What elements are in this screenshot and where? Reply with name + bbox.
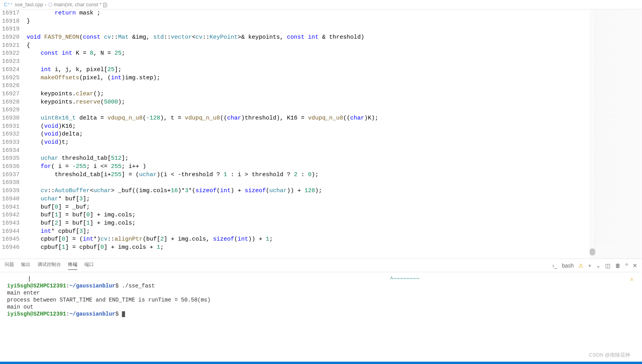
line-number: 16946 [0,244,20,252]
code-line[interactable]: makeOffsets(pixel, (int)img.step); [27,74,595,82]
line-number: 16919 [0,25,20,34]
code-line[interactable] [27,25,595,34]
terminal-cursor [122,311,125,317]
code-line[interactable]: (void)K16; [27,123,595,131]
tab-ports[interactable]: 端口 [84,261,94,270]
code-line[interactable] [27,106,595,114]
breadcrumb-separator-icon: › [45,2,46,7]
code-line[interactable]: uchar* buf[3]; [27,195,595,203]
minimap[interactable]: ————————————————————————————————————————… [595,9,642,259]
line-number: 16936 [0,163,20,171]
scrollbar-thumb[interactable] [590,248,595,255]
tab-output[interactable]: 输出 [21,261,30,270]
code-line[interactable]: { [27,42,595,50]
warning-icon[interactable]: ⚠ [578,262,583,269]
line-number: 16924 [0,66,20,74]
line-number: 16933 [0,139,20,147]
terminal-line: process between START_TIME and END_TIME … [7,296,635,303]
line-number: 16932 [0,130,20,139]
line-number: 16918 [0,18,20,26]
terminal-line: main enter [7,289,635,296]
code-line[interactable]: for( i = -255; i <= 255; i++ ) [27,163,595,171]
line-number: 16938 [0,179,20,187]
minimap-line: —————————————————————————— [596,243,641,244]
line-number: 16934 [0,147,20,155]
editor-area[interactable]: 1691716918169191692016921169221692316924… [0,9,642,259]
line-number: 16935 [0,155,20,163]
shell-label[interactable]: bash [562,262,574,269]
code-content[interactable]: return mask ;}void FAST9_NEON(const cv::… [27,9,595,259]
code-line[interactable]: void FAST9_NEON(const cv::Mat &img, std:… [27,34,595,42]
close-icon[interactable]: ✕ [633,262,637,269]
chevron-down-icon[interactable]: ⌄ [596,262,601,269]
code-line[interactable] [27,147,595,155]
tab-debug-console[interactable]: 调试控制台 [38,261,61,270]
line-number: 16928 [0,98,20,107]
code-line[interactable]: return mask ; [27,9,595,18]
code-line[interactable] [27,179,595,187]
code-line[interactable]: threshold_tab[i+255] = (uchar)(i < -thre… [27,171,595,179]
cpp-file-icon: C⁺⁺ [4,2,13,7]
line-number: 16923 [0,58,20,66]
line-number: 16920 [0,34,20,42]
code-line[interactable]: (void)delta; [27,130,595,139]
code-line[interactable]: keypoints.reserve(5000); [27,98,595,107]
panel-tabs: 问题 输出 调试控制台 终端 端口 ›_ bash ⚠ + ⌄ ◫ 🗑 ^ ✕ [0,259,642,272]
line-number: 16931 [0,123,20,131]
line-number: 16925 [0,74,20,82]
breadcrumb-file[interactable]: C⁺⁺ sse_fast.cpp [4,2,43,7]
line-number: 16940 [0,195,20,203]
line-number: 16937 [0,171,20,179]
line-number: 16944 [0,228,20,236]
line-number: 16942 [0,211,20,219]
tab-terminal[interactable]: 终端 [68,261,77,270]
code-line[interactable]: keypoints.clear(); [27,90,595,98]
code-line[interactable]: uint8x16_t delta = vdupq_n_u8(-128), t =… [27,114,595,123]
code-line[interactable]: (void)t; [27,139,595,147]
code-line[interactable]: cpbuf[0] = (int*)cv::alignPtr(buf[2] + i… [27,236,595,244]
line-number: 16927 [0,90,20,98]
tab-problems[interactable]: 问题 [5,261,14,270]
terminal-line: iyi5sgh@SZHPC12391:~/gaussianblur$ [7,310,635,318]
split-panel-icon[interactable]: ◫ [605,262,610,269]
breadcrumb-symbol-label: main(int, char const * []) [54,2,107,7]
method-icon: ⬡ [48,2,52,7]
line-number: 16917 [0,9,20,18]
code-line[interactable]: cv::AutoBuffer<uchar> _buf((img.cols+16)… [27,187,595,195]
terminal-content[interactable]: | ^~~~~~~~~ ⚠ iyi5sgh@SZHPC12391:~/gauss… [0,272,642,321]
status-bar[interactable] [0,362,642,364]
line-number: 16943 [0,219,20,228]
wavy-diagnostic: ^~~~~~~~~ [390,275,420,282]
code-line[interactable]: const int K = 8, N = 25; [27,50,595,58]
code-line[interactable]: int i, j, k, pixel[25]; [27,66,595,74]
terminal-warning-icon: ⚠ [630,275,633,282]
line-number: 16939 [0,187,20,195]
trash-icon[interactable]: 🗑 [615,262,621,269]
bottom-panel: 问题 输出 调试控制台 终端 端口 ›_ bash ⚠ + ⌄ ◫ 🗑 ^ ✕ … [0,259,642,321]
new-terminal-icon[interactable]: + [588,262,591,269]
code-line[interactable]: buf[0] = _buf; [27,203,595,212]
line-number: 16929 [0,106,20,114]
breadcrumb: C⁺⁺ sse_fast.cpp › ⬡ main(int, char cons… [0,0,642,9]
shell-launch-icon[interactable]: ›_ [552,262,557,269]
line-number: 16921 [0,42,20,50]
line-number: 16930 [0,114,20,123]
code-line[interactable]: cpbuf[1] = cpbuf[0] + img.cols + 1; [27,244,595,252]
code-line[interactable]: } [27,18,595,26]
code-line[interactable]: uchar threshold_tab[512]; [27,155,595,163]
line-number: 16922 [0,50,20,58]
line-number: 16941 [0,203,20,212]
line-number: 16945 [0,236,20,244]
code-line[interactable] [27,82,595,90]
breadcrumb-symbol[interactable]: ⬡ main(int, char const * []) [48,2,107,7]
editor-scrollbar[interactable] [590,9,595,259]
line-number: 16926 [0,82,20,90]
code-line[interactable]: buf[2] = buf[1] + img.cols; [27,219,595,228]
terminal-line: iyi5sgh@SZHPC12391:~/gaussianblur$ ./sse… [7,282,635,289]
terminal-line: main out [7,303,635,310]
code-line[interactable]: int* cpbuf[3]; [27,228,595,236]
chevron-up-icon[interactable]: ^ [625,262,628,269]
code-line[interactable] [27,58,595,66]
watermark: CSDN @南陵花神 [589,352,630,359]
code-line[interactable]: buf[1] = buf[0] + img.cols; [27,211,595,219]
